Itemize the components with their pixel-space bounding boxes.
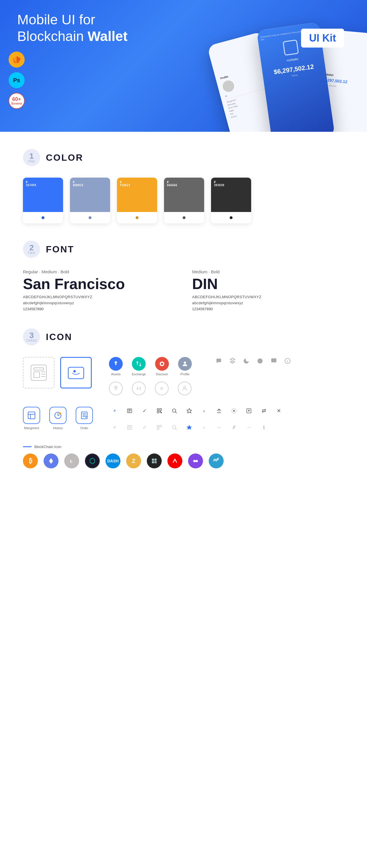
svg-line-40 [175,412,177,413]
wireframe-icon-group [23,357,92,389]
color-card-dark: #303030 [211,178,251,223]
blockchain-line [23,446,32,447]
mangment-icon-box [23,407,40,424]
ps-badge: Ps [9,72,25,88]
icon-exchange-outline [132,381,146,395]
search-icon-faded [170,424,178,431]
info-icon-faded: ℹ [260,424,268,431]
font-block-sf: Regular · Medium · Bold San Francisco AB… [23,269,175,311]
color-card-orange: #F5A623 [117,178,157,223]
svg-rect-36 [158,411,159,413]
font-section-header: 2 TWO FONT [23,241,344,258]
svg-point-52 [172,425,176,429]
svg-point-14 [161,387,163,389]
svg-rect-61 [155,462,156,463]
nav-icon-group: Assets Exchange [109,357,192,395]
section-number-1: 1 ONE [23,149,40,166]
history-icon-box [49,407,66,424]
comment-icon [215,357,223,365]
svg-point-42 [233,410,235,412]
svg-point-39 [172,409,176,412]
close-icon: ✕ [275,407,283,415]
svg-rect-17 [271,359,276,362]
misc-icon-group [215,357,291,365]
settings-icon [230,407,238,415]
moon-icon [242,357,250,365]
chat-icon [270,357,278,365]
app-icon-order: Order [76,407,93,430]
app-icon-history: History [49,407,66,430]
qr-icon [156,407,163,415]
util-row-1: + ✓ ‹ [111,407,283,415]
hero-title: Mobile UI for Blockchain Wallet [17,11,161,44]
ethereum-icon [44,454,58,468]
section-number-2: 2 TWO [23,241,40,258]
svg-rect-51 [158,428,159,430]
svg-point-13 [184,362,186,364]
star-icon-active [185,424,193,431]
wireframe-icon-2 [60,357,92,389]
svg-rect-21 [28,412,35,419]
font-section: 2 TWO FONT Regular · Medium · Bold San F… [23,241,344,311]
phones-container: Profile AI Mangment Message Red Calde Ni… [218,23,367,132]
svg-rect-49 [158,425,159,427]
svg-rect-3 [31,365,47,380]
icon-discover: Discover [155,357,169,376]
icon-exchange: Exchange [132,357,146,376]
font-block-din: Medium · Bold DIN ABCDEFGHIJKLMNOPQRSTUV… [192,269,344,311]
misc-icons-row1 [215,357,291,365]
section-number-3: 3 THREE [23,328,40,345]
hero-section: Mobile UI for Blockchain Wallet UI Kit P… [0,0,367,132]
nav-icons-outline [109,381,192,395]
arrows-icon-faded: ↔ [215,424,223,431]
icon-discover-outline [155,381,169,395]
section-title-color: COLOR [46,152,83,163]
color-card-grayblue: #8DA0C8 [70,178,110,223]
icon-section: 3 THREE ICON [23,328,344,468]
svg-rect-37 [160,411,161,412]
forward-icon-faded: → [245,424,253,431]
sketch-badge [9,52,25,68]
list-icon-faded [125,424,134,431]
upload-icon [245,407,253,415]
check-icon-faded: ✓ [140,424,148,431]
util-row-2: + ✓ ‹ ↔ ✗ [111,424,283,431]
search-icon [170,407,178,415]
wireframe-icon-1 [23,357,55,389]
svg-text:Ł: Ł [70,459,73,464]
back-icon-faded: ‹ [200,424,208,431]
icon-main-group: Assets Exchange [23,357,344,395]
waves-icon [209,454,224,468]
icon-profile-outline [178,381,192,395]
icon-section-header: 3 THREE ICON [23,328,344,345]
list-icon [125,407,134,415]
icon-assets-outline [109,381,123,395]
svg-marker-54 [187,425,192,430]
section-title-icon: ICON [46,332,72,342]
svg-point-25 [59,412,61,414]
color-section-header: 1 ONE COLOR [23,149,344,166]
small-util-icons: + ✓ ‹ [111,407,283,436]
svg-rect-34 [158,409,159,410]
svg-rect-50 [160,425,162,427]
app-icon-mangment: Mangment [23,407,40,430]
svg-rect-35 [160,409,162,410]
btg-icon [85,454,100,468]
ui-kit-badge: UI Kit [301,29,344,48]
svg-rect-5 [34,372,39,378]
svg-line-53 [175,428,177,430]
svg-rect-9 [68,367,84,379]
app-icons-row: Mangment History [23,407,344,436]
svg-rect-38 [161,412,162,413]
svg-rect-58 [152,459,154,460]
check-icon: ✓ [140,407,148,415]
blockchain-label: BlockChain Icon [23,444,344,449]
plus-icon: + [111,407,119,415]
svg-point-16 [257,359,263,364]
color-card-blue: #3574FA [23,178,63,223]
zcash-icon: Z [126,454,141,468]
iota-icon [147,454,162,468]
x-icon-faded: ✗ [230,424,238,431]
icon-assets: Assets [109,357,123,376]
plus-icon-faded: + [111,424,119,431]
